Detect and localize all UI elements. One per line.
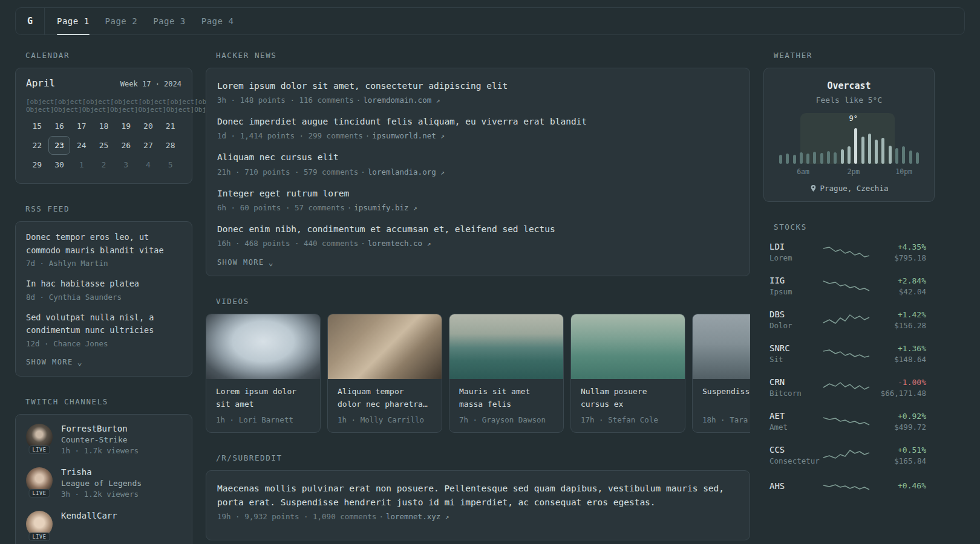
calendar-day[interactable]: 18 xyxy=(93,117,115,135)
calendar-day[interactable]: 27 xyxy=(137,136,160,155)
weather-hour-bar[interactable] xyxy=(800,152,803,164)
rss-show-more-button[interactable]: SHOW MORE ⌄ xyxy=(26,358,181,367)
weather-hour-bar[interactable] xyxy=(861,137,864,164)
video-title: Nullam posuere cursus ex xyxy=(581,386,675,411)
rss-item-title[interactable]: Donec tempor eros leo, ut commodo mauris… xyxy=(26,231,181,257)
external-link-icon: ↗ xyxy=(436,97,440,105)
hackernews-widget-title: HACKER NEWS xyxy=(216,51,750,60)
stock-identity: IIG Ipsum xyxy=(769,276,820,296)
rss-item-title[interactable]: Sed volutpat nulla nisl, a condimentum n… xyxy=(26,311,181,337)
stock-row[interactable]: CRN Bitcorn -1.00% $66,171.48 xyxy=(769,377,926,398)
calendar-weekday: [object Object] xyxy=(166,94,194,117)
hackernews-item-stats: 1d · 1,414 points · 299 comments xyxy=(217,131,363,140)
calendar-day[interactable]: 21 xyxy=(159,117,181,135)
stock-row[interactable]: LDI Lorem +4.35% $795.18 xyxy=(769,242,926,262)
weather-hour-bar[interactable] xyxy=(868,134,871,164)
page-tabs: Page 1Page 2Page 3Page 4 xyxy=(45,8,234,34)
weather-hour-bar[interactable] xyxy=(854,128,857,164)
hackernews-item-title[interactable]: Lorem ipsum dolor sit amet, consectetur … xyxy=(217,79,739,93)
weather-hour-bar[interactable] xyxy=(786,154,789,164)
calendar-day[interactable]: 24 xyxy=(70,136,93,155)
stock-row[interactable]: AET Amet +0.92% $499.72 xyxy=(769,411,926,432)
page-tab[interactable]: Page 3 xyxy=(153,8,186,34)
weather-hour-bar[interactable] xyxy=(813,152,816,164)
weather-hour-bar[interactable] xyxy=(820,153,823,164)
calendar-day[interactable]: 16 xyxy=(48,117,71,135)
video-card[interactable]: Suspendisse diam 18h · Tara xyxy=(692,314,750,433)
hackernews-item-title[interactable]: Aliquam nec cursus elit xyxy=(217,151,739,164)
calendar-day[interactable]: 17 xyxy=(70,117,93,135)
twitch-channel-name[interactable]: ForrestBurton xyxy=(61,424,139,433)
video-card[interactable]: Lorem ipsum dolor sit amet consectetu… 1… xyxy=(206,314,321,433)
weather-hour-bar[interactable] xyxy=(909,151,912,164)
twitch-channel-name[interactable]: KendallCarr xyxy=(61,511,117,520)
twitch-channel-name[interactable]: Trisha xyxy=(61,467,142,477)
calendar-day[interactable]: 19 xyxy=(115,117,137,135)
stock-ticker: AHS xyxy=(769,481,820,491)
hackernews-item-domain[interactable]: ipsumify.biz ↗ xyxy=(354,203,417,212)
calendar-day[interactable]: 3 xyxy=(115,155,137,174)
video-card[interactable]: Nullam posuere cursus ex 17h · Stefan Co… xyxy=(570,314,685,433)
calendar-day[interactable]: 20 xyxy=(137,117,160,135)
weather-hour-bar[interactable] xyxy=(916,152,919,164)
video-body: Mauris sit amet massa felis 7h · Grayson… xyxy=(449,379,563,432)
hackernews-item-domain[interactable]: loremlandia.org ↗ xyxy=(368,167,445,176)
page-tab[interactable]: Page 1 xyxy=(57,8,90,34)
stock-row[interactable]: CCS Consectetur +0.51% $165.84 xyxy=(769,445,926,465)
hackernews-item-title[interactable]: Donec imperdiet augue tincidunt felis al… xyxy=(217,115,739,129)
stock-row[interactable]: IIG Ipsum +2.84% $42.04 xyxy=(769,276,926,296)
app-logo[interactable]: G xyxy=(16,8,45,34)
weather-hour-bar[interactable] xyxy=(875,140,878,164)
calendar-day[interactable]: 5 xyxy=(159,155,181,174)
video-card[interactable]: Mauris sit amet massa felis 7h · Grayson… xyxy=(449,314,564,433)
calendar-day[interactable]: 25 xyxy=(93,136,115,155)
twitch-channel-row[interactable]: LIVE KendallCarr xyxy=(26,511,181,537)
twitch-viewers: 3h · 1.2k viewers xyxy=(61,490,142,499)
calendar-day[interactable]: 2 xyxy=(93,155,115,174)
video-body: Aliquam tempor dolor nec pharetra… 1h · … xyxy=(328,379,442,432)
twitch-channel-row[interactable]: LIVE ForrestBurton Counter-Strike 1h · 1… xyxy=(26,424,181,455)
weather-hour-bar[interactable] xyxy=(889,146,892,164)
subreddit-post-domain[interactable]: loremnet.xyz ↗ xyxy=(386,512,449,521)
external-link-icon: ↗ xyxy=(413,204,417,212)
calendar-day[interactable]: 26 xyxy=(115,136,137,155)
video-card[interactable]: Aliquam tempor dolor nec pharetra… 1h · … xyxy=(327,314,442,433)
weather-hour-bar[interactable] xyxy=(834,152,837,164)
calendar-day[interactable]: 23 xyxy=(48,136,71,155)
stock-row[interactable]: DBS Dolor +1.42% $156.28 xyxy=(769,309,926,330)
calendar-weekday-row: [object Object][object Object][object Ob… xyxy=(26,94,181,117)
stock-row[interactable]: AHS +0.46% xyxy=(769,479,926,494)
calendar-day[interactable]: 29 xyxy=(26,155,48,174)
subreddit-post-title[interactable]: Maecenas mollis pulvinar erat non posuer… xyxy=(217,482,739,510)
weather-hour-bar[interactable] xyxy=(806,154,809,164)
hackernews-item-title[interactable]: Integer eget rutrum lorem xyxy=(217,187,739,201)
hackernews-item-domain[interactable]: loremtech.co ↗ xyxy=(368,239,431,248)
calendar-day[interactable]: 1 xyxy=(70,155,93,174)
weather-hour-bar[interactable] xyxy=(902,146,905,164)
weather-hour-bar[interactable] xyxy=(881,138,884,164)
weather-hour-bar[interactable] xyxy=(827,151,830,164)
hackernews-show-more-button[interactable]: SHOW MORE ⌄ xyxy=(217,258,739,267)
twitch-channel-row[interactable]: LIVE Trisha League of Legends 3h · 1.2k … xyxy=(26,467,181,499)
weather-hour-bar[interactable] xyxy=(848,146,851,164)
calendar-day[interactable]: 4 xyxy=(137,155,160,174)
page-tab[interactable]: Page 4 xyxy=(201,8,234,34)
calendar-day[interactable]: 22 xyxy=(26,136,48,155)
calendar-day[interactable]: 30 xyxy=(48,155,71,174)
page-tab[interactable]: Page 2 xyxy=(105,8,138,34)
calendar-day[interactable]: 15 xyxy=(26,117,48,135)
meta-separator: · xyxy=(361,239,365,248)
hackernews-item-domain[interactable]: loremdomain.com ↗ xyxy=(363,96,440,105)
hackernews-item-domain[interactable]: ipsumworld.net ↗ xyxy=(372,131,445,140)
weather-hour-bar[interactable] xyxy=(841,149,844,164)
calendar-day[interactable]: 28 xyxy=(159,136,181,155)
calendar-header: April Week 17 · 2024 xyxy=(26,77,181,89)
stock-row[interactable]: SNRC Sit +1.36% $148.64 xyxy=(769,343,926,364)
weather-hour-bar[interactable] xyxy=(779,155,782,164)
videos-row: Lorem ipsum dolor sit amet consectetu… 1… xyxy=(206,314,750,433)
stock-sparkline-path xyxy=(823,450,869,458)
weather-hour-bar[interactable] xyxy=(895,148,898,164)
rss-item-title[interactable]: In hac habitasse platea xyxy=(26,277,181,291)
weather-hour-bar[interactable] xyxy=(793,155,796,164)
hackernews-item-title[interactable]: Donec enim nibh, condimentum et accumsan… xyxy=(217,222,739,236)
